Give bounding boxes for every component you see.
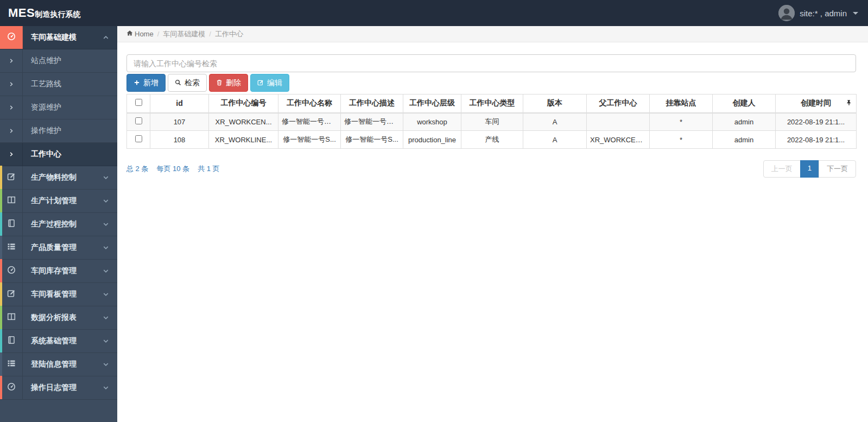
col-header-id: id: [150, 95, 209, 113]
col-header-version: 版本: [523, 95, 587, 113]
logo-text-mes: MES: [8, 6, 35, 20]
chevron-right-icon: [9, 126, 14, 136]
search-button[interactable]: 检索: [168, 74, 207, 92]
user-menu[interactable]: site:* , admin: [778, 0, 858, 26]
select-all-checkbox[interactable]: [135, 99, 142, 106]
pin-icon: [846, 99, 852, 108]
sidebar-item-system-management[interactable]: 系统基础管理: [0, 330, 117, 353]
search-icon: [175, 79, 181, 87]
table-row[interactable]: 108 XR_WORKLINE... 修一智能一号S... 修一智能一号S...…: [127, 131, 857, 149]
breadcrumb-separator: /: [209, 30, 211, 38]
edit-button[interactable]: 编辑: [250, 74, 289, 92]
sidebar-subitem-site-maintenance[interactable]: 站点维护: [0, 49, 117, 73]
logo-text-suffix: 制造执行系统: [35, 10, 80, 20]
per-page-count[interactable]: 每页 10 条: [156, 164, 189, 174]
sidebar-item-process-control[interactable]: 生产过程控制: [0, 213, 117, 236]
edit-icon: [7, 172, 16, 183]
tachometer-icon: [7, 32, 16, 43]
caret-down-icon: [853, 12, 858, 15]
pagination-summary: 总 2 条 每页 10 条 共 1 页: [126, 164, 220, 174]
breadcrumb-current: 工作中心: [215, 29, 243, 39]
sidebar-item-inventory-management[interactable]: 车间库存管理: [0, 260, 117, 283]
home-icon: [126, 30, 133, 38]
edit-icon: [257, 79, 264, 87]
row-checkbox[interactable]: [135, 135, 142, 142]
sidebar-item-plan-management[interactable]: 生产计划管理: [0, 190, 117, 213]
avatar: [778, 5, 795, 21]
list-icon: [7, 242, 16, 253]
breadcrumb: Home / 车间基础建模 / 工作中心: [117, 26, 868, 42]
chevron-right-icon: [9, 149, 14, 159]
sidebar-subitem-work-center[interactable]: 工作中心: [0, 143, 117, 166]
list-icon: [7, 359, 16, 370]
chevron-down-icon: [103, 268, 109, 274]
chevron-down-icon: [103, 244, 109, 251]
prev-page-button[interactable]: 上一页: [763, 160, 801, 178]
col-header-name: 工作中心名称: [278, 95, 341, 113]
sidebar-item-quality-management[interactable]: 产品质量管理: [0, 236, 117, 260]
col-header-creator: 创建人: [713, 95, 776, 113]
chevron-down-icon: [103, 174, 109, 181]
sidebar-item-data-analysis-reports[interactable]: 数据分析报表: [0, 306, 117, 330]
add-button[interactable]: 新增: [126, 74, 166, 92]
breadcrumb-section: 车间基础建模: [163, 29, 205, 39]
chevron-up-icon: [103, 34, 109, 41]
col-header-site: 挂靠站点: [650, 95, 713, 113]
tachometer-icon: [7, 382, 16, 393]
chevron-right-icon: [9, 103, 14, 112]
chevron-down-icon: [103, 385, 109, 391]
main-area: Home / 车间基础建模 / 工作中心 新增 检索 删除 编辑: [117, 26, 868, 422]
chevron-down-icon: [103, 198, 109, 204]
content: 新增 检索 删除 编辑: [117, 42, 868, 178]
col-header-parent: 父工作中心: [587, 95, 650, 113]
chevron-right-icon: [9, 79, 14, 89]
chevron-down-icon: [103, 338, 109, 344]
table-header-row: id 工作中心编号 工作中心名称 工作中心描述 工作中心层级 工作中心类型 版本…: [127, 95, 857, 113]
col-header-code: 工作中心编号: [209, 95, 278, 113]
next-page-button[interactable]: 下一页: [819, 160, 856, 178]
col-header-type: 工作中心类型: [461, 95, 523, 113]
chevron-right-icon: [9, 56, 14, 66]
columns-icon: [7, 196, 16, 206]
toolbar: 新增 检索 删除 编辑: [126, 74, 856, 92]
chevron-down-icon: [103, 314, 109, 321]
search-input[interactable]: [126, 54, 856, 72]
chevron-down-icon: [103, 291, 109, 298]
total-count: 总 2 条: [126, 164, 148, 174]
sidebar-item-login-info-management[interactable]: 登陆信息管理: [0, 353, 117, 376]
work-center-table: id 工作中心编号 工作中心名称 工作中心描述 工作中心层级 工作中心类型 版本…: [126, 94, 857, 149]
pagination-bar: 总 2 条 每页 10 条 共 1 页 上一页 1 下一页: [126, 160, 856, 178]
chevron-down-icon: [103, 221, 109, 228]
page-1-button[interactable]: 1: [800, 160, 819, 178]
sidebar-subitem-operation-maintenance[interactable]: 操作维护: [0, 119, 117, 143]
sidebar-item-operation-log-management[interactable]: 操作日志管理: [0, 376, 117, 400]
col-header-created-time: 创建时间: [776, 95, 857, 113]
col-header-level: 工作中心层级: [403, 95, 461, 113]
edit-icon: [7, 289, 16, 300]
delete-button[interactable]: 删除: [209, 74, 248, 92]
breadcrumb-separator: /: [157, 30, 160, 38]
sidebar-item-workshop-modeling[interactable]: 车间基础建模: [0, 26, 117, 49]
sidebar-item-kanban-management[interactable]: 车间看板管理: [0, 283, 117, 306]
row-checkbox[interactable]: [135, 117, 142, 124]
breadcrumb-home-link[interactable]: Home: [126, 30, 154, 38]
trash-icon: [216, 79, 223, 87]
sidebar-item-material-control[interactable]: 生产物料控制: [0, 166, 117, 190]
book-icon: [7, 336, 16, 347]
tachometer-icon: [7, 266, 16, 276]
columns-icon: [7, 312, 16, 323]
table-row[interactable]: 107 XR_WORKCEN... 修一智能一号车间 修一智能一号车间 work…: [127, 113, 857, 131]
top-navbar: MES制造执行系统 site:* , admin: [0, 0, 868, 26]
sidebar-subitem-process-route[interactable]: 工艺路线: [0, 73, 117, 96]
col-header-desc: 工作中心描述: [341, 95, 403, 113]
chevron-down-icon: [103, 361, 109, 368]
sidebar: 车间基础建模 站点维护 工艺路线 资源维护 操作维护 工作中心 生产物料控制 生…: [0, 26, 117, 422]
user-label: site:* , admin: [800, 9, 847, 18]
app-logo: MES制造执行系统: [8, 6, 80, 20]
page-count: 共 1 页: [198, 164, 219, 174]
pager: 上一页 1 下一页: [763, 160, 856, 178]
plus-icon: [134, 79, 140, 87]
book-icon: [7, 219, 16, 230]
sidebar-subitem-resource-maintenance[interactable]: 资源维护: [0, 96, 117, 119]
